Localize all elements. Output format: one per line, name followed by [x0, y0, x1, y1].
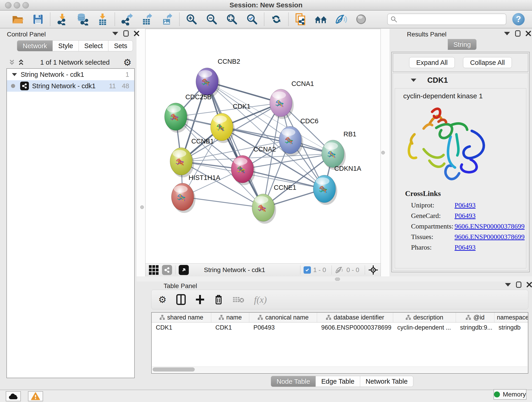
memory-button[interactable]: Memory — [494, 389, 526, 400]
tab-style[interactable]: Style — [53, 40, 79, 51]
node-label-CDKN1A: CDKN1A — [334, 165, 361, 172]
preview-lens-button[interactable] — [351, 12, 371, 26]
selected-checkbox-icon[interactable] — [304, 266, 311, 274]
refresh-button[interactable] — [266, 12, 286, 26]
panel-float-button[interactable] — [516, 281, 521, 288]
add-column-icon[interactable] — [196, 294, 205, 305]
zoom-selected-button[interactable] — [242, 12, 262, 26]
collection-expander-icon[interactable] — [12, 73, 17, 76]
zoom-fit-icon — [226, 13, 238, 25]
left-splitter[interactable] — [137, 29, 145, 276]
crosslink-value-link[interactable]: 9606.ENSP00000378699 — [455, 233, 525, 241]
table-panel-title: Table Panel — [164, 282, 197, 290]
column-header-name[interactable]: name — [211, 313, 249, 322]
column-header-canonical-name[interactable]: canonical name — [249, 313, 317, 322]
crosslink-value-link[interactable]: 9606.ENSP00000378699 — [455, 222, 525, 230]
import-network-file-button[interactable] — [52, 12, 72, 26]
network-row[interactable]: String Network - cdk1 11 48 — [7, 80, 134, 92]
scrollbar-thumb[interactable] — [152, 367, 195, 371]
protein-expander-icon[interactable] — [411, 79, 416, 82]
panel-menu-button[interactable] — [504, 32, 510, 35]
cell-id[interactable]: stringdb:9... — [456, 324, 494, 331]
zoom-in-button[interactable] — [181, 12, 202, 26]
horizontal-splitter-handle[interactable] — [335, 278, 340, 281]
panel-menu-button[interactable] — [505, 283, 511, 287]
panel-menu-button[interactable] — [112, 32, 118, 35]
crosslink-value-link[interactable]: P06493 — [455, 212, 476, 220]
network-edge-CCNB2-CCNE1[interactable] — [207, 82, 263, 208]
search-input[interactable] — [399, 16, 503, 23]
cell-canonical-name[interactable]: P06493 — [249, 324, 317, 331]
panel-close-button[interactable] — [526, 282, 532, 287]
hide-selected-button[interactable] — [331, 12, 351, 26]
cloud-status-button[interactable] — [6, 391, 21, 401]
birds-eye-view-icon[interactable] — [179, 265, 189, 275]
export-image-button[interactable] — [157, 12, 177, 26]
zoom-out-button[interactable] — [202, 12, 222, 26]
cell-database-identifier[interactable]: 9606.ENSP00000378699 — [317, 324, 393, 331]
right-splitter-handle[interactable] — [381, 151, 385, 154]
save-session-button[interactable] — [28, 12, 48, 26]
search-field[interactable] — [387, 13, 506, 25]
tab-edge-table[interactable]: Edge Table — [316, 376, 360, 387]
column-header-id[interactable]: @id — [456, 313, 494, 322]
export-network-button[interactable] — [117, 12, 137, 26]
cell-description[interactable]: cyclin-dependent ... — [393, 324, 456, 331]
cell-namespace[interactable]: stringdb — [494, 324, 528, 331]
network-node-CDC6[interactable]: CDC6 — [279, 117, 318, 156]
tab-string[interactable]: String — [448, 39, 476, 50]
panel-float-button[interactable] — [515, 30, 520, 37]
crosslink-value-link[interactable]: P06493 — [455, 243, 476, 251]
network-collection-row[interactable]: String Network - cdk1 1 — [7, 69, 134, 80]
node-label-HIST1H1A: HIST1H1A — [189, 174, 220, 181]
birds-eye-toggle-icon[interactable] — [368, 265, 378, 275]
column-header-shared-name[interactable]: shared name — [152, 313, 211, 322]
zoom-fit-button[interactable] — [222, 12, 242, 26]
cell-shared-name[interactable]: CDK1 — [152, 324, 211, 331]
zoom-out-icon — [206, 13, 217, 25]
selection-status-text: 1 of 1 Network selected — [27, 59, 123, 66]
tab-select[interactable]: Select — [79, 40, 109, 51]
column-header-description[interactable]: description — [393, 313, 456, 322]
panel-float-button[interactable] — [123, 30, 129, 37]
panel-close-button[interactable] — [134, 31, 139, 36]
table-header-row: shared name name canonical name database… — [152, 313, 528, 322]
network-options-gear-icon[interactable]: ⚙ — [123, 58, 132, 67]
horizontal-splitter[interactable] — [137, 276, 532, 281]
collapse-all-button[interactable]: Collapse All — [463, 57, 512, 68]
panel-close-button[interactable] — [526, 31, 531, 36]
tab-network[interactable]: Network — [17, 40, 53, 51]
expand-all-button[interactable]: Expand All — [409, 57, 455, 68]
table-row[interactable]: CDK1 CDK1 P06493 9606.ENSP00000378699 cy… — [152, 322, 528, 332]
import-table-button[interactable] — [93, 12, 113, 26]
network-node-CDKN1A[interactable]: CDKN1A — [313, 165, 361, 205]
expand-all-icon[interactable] — [17, 59, 25, 66]
network-node-HIST1H1A[interactable]: HIST1H1A — [171, 174, 220, 213]
grid-view-icon[interactable] — [149, 265, 159, 275]
left-splitter-handle[interactable] — [140, 205, 144, 209]
import-network-database-button[interactable] — [72, 12, 93, 26]
open-session-button[interactable] — [8, 12, 28, 26]
clone-network-button[interactable] — [291, 12, 311, 26]
neighbors-button[interactable] — [311, 12, 331, 26]
network-share-view-icon[interactable] — [162, 265, 172, 275]
delete-column-icon[interactable] — [214, 294, 223, 305]
column-header-namespace[interactable]: namespace — [494, 313, 528, 322]
network-canvas[interactable]: CCNB2CCNA1CDC25BCDK1CDC6RB1CCNB1CCNA2CDK… — [146, 29, 380, 263]
collapse-all-icon[interactable] — [8, 59, 16, 66]
network-node-CCNE1[interactable]: CCNE1 — [252, 184, 296, 224]
crosslink-value-link[interactable]: P06493 — [455, 201, 476, 209]
network-node-RB1[interactable]: RB1 — [322, 130, 356, 170]
warning-status-button[interactable] — [28, 391, 43, 401]
table-horizontal-scrollbar[interactable] — [152, 366, 527, 372]
show-columns-icon[interactable] — [176, 294, 186, 305]
column-header-database-identifier[interactable]: database identifier — [317, 313, 393, 322]
tab-network-table[interactable]: Network Table — [360, 376, 413, 387]
export-table-button[interactable] — [137, 12, 157, 26]
tab-node-table[interactable]: Node Table — [271, 376, 316, 387]
tab-sets[interactable]: Sets — [108, 40, 133, 51]
table-options-gear-icon[interactable]: ⚙ — [158, 295, 167, 304]
help-button[interactable]: ? — [512, 13, 525, 26]
cell-name[interactable]: CDK1 — [211, 324, 249, 331]
network-node-CCNB1[interactable]: CCNB1 — [170, 138, 214, 177]
